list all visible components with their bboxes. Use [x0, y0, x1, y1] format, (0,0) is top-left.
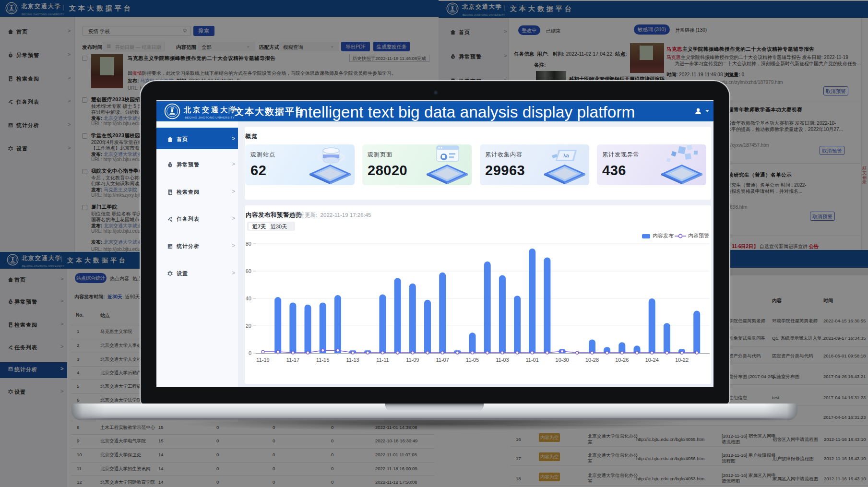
svg-text:10-30: 10-30: [556, 357, 569, 363]
svg-text:10-22: 10-22: [675, 357, 689, 363]
svg-text:11-07: 11-07: [436, 357, 449, 363]
svg-text:11-05: 11-05: [466, 357, 479, 363]
svg-text:80: 80: [246, 241, 251, 247]
svg-text:11-03: 11-03: [496, 357, 509, 363]
svg-text:11-15: 11-15: [316, 357, 329, 363]
svg-text:10-26: 10-26: [615, 357, 629, 363]
svg-text:11-01: 11-01: [526, 357, 539, 363]
svg-text:20: 20: [246, 323, 251, 329]
svg-text:10-28: 10-28: [585, 357, 599, 363]
svg-text:40: 40: [246, 296, 251, 301]
svg-text:60: 60: [246, 268, 251, 274]
svg-text:11-09: 11-09: [406, 357, 419, 363]
svg-text:0: 0: [249, 350, 251, 356]
svg-text:λa: λa: [563, 153, 570, 158]
svg-text:11-13: 11-13: [346, 357, 359, 363]
svg-text:11-19: 11-19: [256, 357, 269, 363]
svg-text:10-24: 10-24: [645, 357, 659, 363]
svg-text:11-11: 11-11: [376, 357, 389, 363]
svg-text:11-17: 11-17: [286, 357, 299, 363]
